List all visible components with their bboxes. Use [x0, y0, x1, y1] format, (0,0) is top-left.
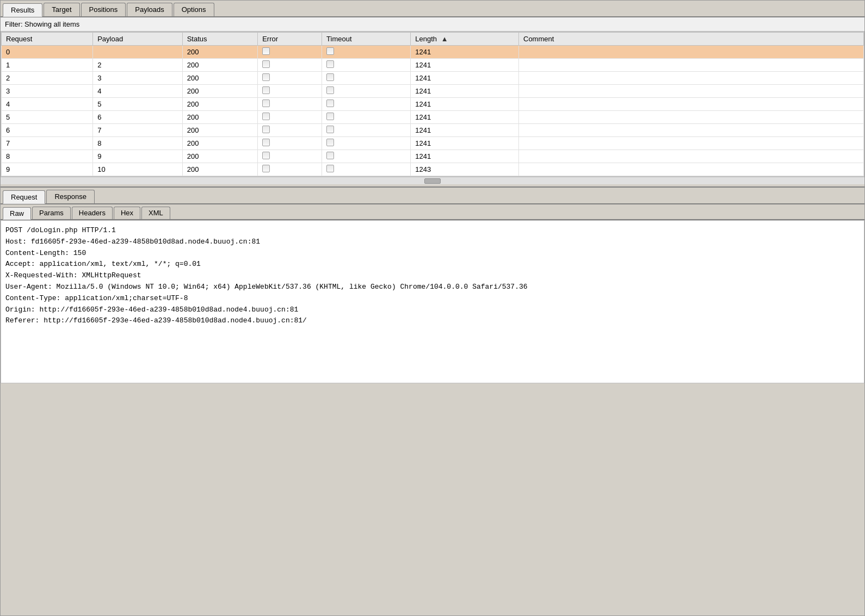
- cell-error: [258, 137, 322, 150]
- cell-error: [258, 98, 322, 111]
- timeout-checkbox[interactable]: [326, 60, 334, 68]
- error-checkbox[interactable]: [262, 86, 270, 94]
- col-error[interactable]: Error: [258, 33, 322, 46]
- cell-status: 200: [182, 59, 257, 72]
- tab-results[interactable]: Results: [3, 3, 42, 17]
- timeout-checkbox[interactable]: [326, 86, 334, 94]
- tab-options[interactable]: Options: [174, 3, 214, 16]
- sub-tab-headers[interactable]: Headers: [72, 207, 113, 219]
- cell-comment: [519, 85, 864, 98]
- request-line: Origin: http://fd16605f-293e-46ed-a239-4…: [5, 304, 860, 316]
- table-row[interactable]: 2 3 200 1241: [2, 72, 864, 85]
- cell-request: 5: [2, 111, 93, 124]
- cell-length: 1241: [411, 137, 519, 150]
- sub-tab-raw[interactable]: Raw: [3, 207, 31, 220]
- col-length[interactable]: Length ▲: [411, 33, 519, 46]
- col-status[interactable]: Status: [182, 33, 257, 46]
- filter-text: Filter: Showing all items: [5, 20, 79, 28]
- sub-tab-params[interactable]: Params: [32, 207, 71, 219]
- table-body: 0 200 1241 1 2 200 1241 2 3 200 1241 3 4: [2, 46, 864, 176]
- error-checkbox[interactable]: [262, 60, 270, 68]
- col-timeout[interactable]: Timeout: [322, 33, 411, 46]
- cell-request: 6: [2, 124, 93, 137]
- cell-timeout: [322, 85, 411, 98]
- cell-timeout: [322, 150, 411, 163]
- cell-payload: 2: [93, 59, 182, 72]
- cell-length: 1241: [411, 98, 519, 111]
- request-line: Accept: application/xml, text/xml, */*; …: [5, 259, 860, 270]
- cell-comment: [519, 163, 864, 176]
- error-checkbox[interactable]: [262, 73, 270, 81]
- table-row[interactable]: 0 200 1241: [2, 46, 864, 59]
- timeout-checkbox[interactable]: [326, 47, 334, 55]
- cell-length: 1241: [411, 59, 519, 72]
- tab-target[interactable]: Target: [44, 3, 79, 16]
- cell-error: [258, 124, 322, 137]
- cell-timeout: [322, 111, 411, 124]
- timeout-checkbox[interactable]: [326, 165, 334, 172]
- table-row[interactable]: 3 4 200 1241: [2, 85, 864, 98]
- timeout-checkbox[interactable]: [326, 139, 334, 146]
- cell-status: 200: [182, 163, 257, 176]
- cell-timeout: [322, 46, 411, 59]
- cell-length: 1241: [411, 150, 519, 163]
- tab-response[interactable]: Response: [46, 190, 95, 203]
- cell-error: [258, 163, 322, 176]
- tab-positions[interactable]: Positions: [81, 3, 126, 16]
- tab-payloads[interactable]: Payloads: [127, 3, 172, 16]
- sub-tab-xml[interactable]: XML: [141, 207, 170, 219]
- col-request[interactable]: Request: [2, 33, 93, 46]
- request-content: POST /doLogin.php HTTP/1.1Host: fd16605f…: [1, 220, 864, 383]
- request-line: Referer: http://fd16605f-293e-46ed-a239-…: [5, 315, 860, 327]
- table-row[interactable]: 4 5 200 1241: [2, 98, 864, 111]
- timeout-checkbox[interactable]: [326, 113, 334, 120]
- table-row[interactable]: 6 7 200 1241: [2, 124, 864, 137]
- sub-tab-bar: Raw Params Headers Hex XML: [1, 204, 864, 220]
- timeout-checkbox[interactable]: [326, 73, 334, 81]
- cell-status: 200: [182, 124, 257, 137]
- col-comment[interactable]: Comment: [519, 33, 864, 46]
- cell-request: 4: [2, 98, 93, 111]
- error-checkbox[interactable]: [262, 113, 270, 120]
- sub-tab-hex[interactable]: Hex: [114, 207, 140, 219]
- results-table: Request Payload Status Error Timeout: [1, 32, 864, 176]
- top-tab-bar: Results Target Positions Payloads Option…: [1, 1, 864, 17]
- results-area: Request Payload Status Error Timeout: [1, 32, 864, 177]
- error-checkbox[interactable]: [262, 99, 270, 107]
- cell-status: 200: [182, 150, 257, 163]
- cell-request: 7: [2, 137, 93, 150]
- table-row[interactable]: 5 6 200 1241: [2, 111, 864, 124]
- error-checkbox[interactable]: [262, 152, 270, 159]
- cell-error: [258, 59, 322, 72]
- timeout-checkbox[interactable]: [326, 126, 334, 133]
- timeout-checkbox[interactable]: [326, 99, 334, 107]
- table-row[interactable]: 7 8 200 1241: [2, 137, 864, 150]
- error-checkbox[interactable]: [262, 139, 270, 146]
- timeout-checkbox[interactable]: [326, 152, 334, 159]
- cell-status: 200: [182, 72, 257, 85]
- cell-status: 200: [182, 85, 257, 98]
- table-row[interactable]: 9 10 200 1243: [2, 163, 864, 176]
- cell-comment: [519, 111, 864, 124]
- error-checkbox[interactable]: [262, 165, 270, 172]
- error-checkbox[interactable]: [262, 126, 270, 133]
- cell-status: 200: [182, 111, 257, 124]
- table-row[interactable]: 1 2 200 1241: [2, 59, 864, 72]
- cell-payload: 3: [93, 72, 182, 85]
- table-row[interactable]: 8 9 200 1241: [2, 150, 864, 163]
- cell-status: 200: [182, 46, 257, 59]
- cell-payload: 7: [93, 124, 182, 137]
- cell-status: 200: [182, 137, 257, 150]
- scroll-area[interactable]: [1, 177, 864, 184]
- col-payload[interactable]: Payload: [93, 33, 182, 46]
- error-checkbox[interactable]: [262, 47, 270, 55]
- scroll-thumb[interactable]: [424, 178, 441, 184]
- tab-request[interactable]: Request: [3, 190, 45, 204]
- cell-request: 8: [2, 150, 93, 163]
- request-line: POST /doLogin.php HTTP/1.1: [5, 225, 860, 237]
- table-header-row: Request Payload Status Error Timeout: [2, 33, 864, 46]
- bottom-section: Request Response Raw Params Headers Hex …: [1, 186, 864, 383]
- cell-timeout: [322, 59, 411, 72]
- request-line: Content-Type: application/xml;charset=UT…: [5, 293, 860, 304]
- cell-comment: [519, 72, 864, 85]
